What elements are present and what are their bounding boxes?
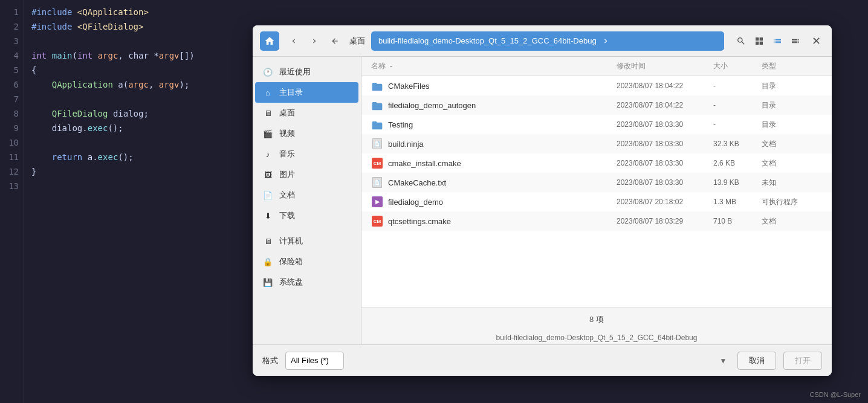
- file-icon: [371, 118, 383, 131]
- code-content: #include <QApplication>#include <QFileDi…: [24, 0, 254, 403]
- file-type: 文档: [762, 216, 822, 227]
- code-line: [31, 92, 247, 106]
- dialog-toolbar: 桌面 build-filedialog_demo-Desktop_Qt_5_15…: [253, 25, 832, 57]
- format-select[interactable]: All Files (*): [285, 352, 344, 370]
- sidebar-item-图片[interactable]: 🖼图片: [253, 164, 361, 185]
- sidebar-item-最近使用[interactable]: 🕐最近使用: [253, 62, 361, 82]
- open-button[interactable]: 打开: [783, 352, 822, 370]
- table-row[interactable]: 📄 CMakeCache.txt2023/08/07 18:03:3013.9 …: [361, 173, 832, 192]
- file-date: 2023/08/07 18:04:22: [617, 101, 713, 109]
- select-arrow-icon: ▼: [721, 356, 725, 365]
- sidebar-item-计算机[interactable]: 🖥计算机: [253, 231, 361, 251]
- view-list-button[interactable]: [769, 33, 786, 50]
- file-type: 可执行程序: [762, 197, 822, 207]
- current-path-bar: build-filedialog_demo-Desktop_Qt_5_15_2_…: [361, 331, 832, 344]
- line-number: 3: [5, 34, 19, 48]
- path-bar[interactable]: build-filedialog_demo-Desktop_Qt_5_15_2_…: [371, 31, 724, 51]
- file-date: 2023/08/07 18:04:22: [617, 82, 713, 90]
- nav-up-button[interactable]: [326, 33, 343, 50]
- table-row[interactable]: CM cmake_install.cmake2023/08/07 18:03:3…: [361, 153, 832, 173]
- file-icon: 📄: [371, 138, 383, 150]
- file-icon: [371, 99, 383, 111]
- line-number: 11: [5, 150, 19, 164]
- search-button[interactable]: [733, 33, 750, 50]
- sidebar-item-系统盘[interactable]: 💾系统盘: [253, 272, 361, 292]
- sidebar-item-音乐[interactable]: ♪音乐: [253, 144, 361, 164]
- line-number: 6: [5, 77, 19, 92]
- sidebar-icon: ⬇: [262, 211, 273, 221]
- dialog-bottom: 格式 All Files (*) ▼ 取消 打开: [253, 344, 832, 376]
- line-number: 9: [5, 121, 19, 135]
- code-line: #include <QFileDialog>: [31, 19, 247, 34]
- code-line: QApplication a(argc, argv);: [31, 77, 247, 92]
- sidebar-icon: ♪: [262, 150, 273, 159]
- sidebar-item-label: 视频: [279, 128, 295, 139]
- file-type: 目录: [762, 81, 822, 91]
- dialog-close-button[interactable]: ✕: [808, 33, 824, 50]
- file-type: 未知: [762, 178, 822, 188]
- sidebar-icon: 🕐: [262, 68, 273, 77]
- sidebar-item-label: 文档: [279, 190, 295, 201]
- cancel-button[interactable]: 取消: [737, 352, 776, 370]
- code-editor: 12345678910111213 #include <QApplication…: [0, 0, 254, 403]
- format-select-wrapper: All Files (*) ▼: [285, 352, 730, 370]
- file-dialog[interactable]: 桌面 build-filedialog_demo-Desktop_Qt_5_15…: [253, 25, 832, 376]
- line-number: 4: [5, 48, 19, 63]
- sidebar-icon: 🔒: [262, 257, 273, 266]
- sidebar-icon: 🖥: [262, 237, 273, 246]
- column-header-date[interactable]: 修改时间: [617, 61, 713, 71]
- sidebar-icon: 📄: [262, 191, 273, 200]
- table-row[interactable]: 📄 build.ninja2023/08/07 18:03:3032.3 KB文…: [361, 134, 832, 153]
- table-row[interactable]: filedialog_demo_autogen2023/08/07 18:04:…: [361, 95, 832, 115]
- line-number: 2: [5, 19, 19, 34]
- code-line: [31, 135, 247, 150]
- column-header-name[interactable]: 名称: [371, 61, 617, 71]
- file-name: CMakeFiles: [388, 82, 617, 91]
- sidebar-icon: 🖥: [262, 109, 273, 118]
- view-details-button[interactable]: [787, 33, 804, 50]
- line-number: 10: [5, 135, 19, 150]
- file-name: CMakeCache.txt: [388, 178, 617, 187]
- code-line: int main(int argc, char *argv[]): [31, 48, 247, 63]
- sidebar-item-主目录[interactable]: ⌂主目录: [255, 82, 358, 103]
- nav-forward-button[interactable]: [306, 33, 323, 50]
- line-number: 13: [5, 179, 19, 193]
- table-row[interactable]: Testing2023/08/07 18:03:30-目录: [361, 115, 832, 134]
- table-row[interactable]: CM qtcsettings.cmake2023/08/07 18:03:297…: [361, 211, 832, 231]
- home-button[interactable]: [260, 31, 279, 51]
- dialog-sidebar: 🕐最近使用⌂主目录🖥桌面🎬视频♪音乐🖼图片📄文档⬇下载🖥计算机🔒保险箱💾系统盘: [253, 57, 361, 344]
- sidebar-item-label: 保险箱: [279, 256, 303, 267]
- sidebar-item-文档[interactable]: 📄文档: [253, 185, 361, 205]
- table-row[interactable]: CMakeFiles2023/08/07 18:04:22-目录: [361, 76, 832, 95]
- sidebar-item-桌面[interactable]: 🖥桌面: [253, 103, 361, 123]
- sidebar-item-label: 下载: [279, 210, 295, 221]
- sidebar-item-label: 最近使用: [279, 66, 311, 77]
- column-header-size[interactable]: 大小: [713, 61, 762, 71]
- sidebar-item-label: 计算机: [279, 236, 303, 247]
- file-icon: ▶: [371, 196, 383, 208]
- line-number: 12: [5, 164, 19, 179]
- file-size: 32.3 KB: [713, 140, 762, 148]
- file-list[interactable]: CMakeFiles2023/08/07 18:04:22-目录 filedia…: [361, 76, 832, 307]
- file-date: 2023/08/07 20:18:02: [617, 198, 713, 206]
- table-row[interactable]: ▶ filedialog_demo2023/08/07 20:18:021.3 …: [361, 192, 832, 211]
- dialog-main: 名称 修改时间 大小 类型 CMakeFiles2023/08/07 18:04…: [361, 57, 832, 344]
- sidebar-item-label: 音乐: [279, 149, 295, 160]
- sidebar-item-下载[interactable]: ⬇下载: [253, 205, 361, 226]
- column-header-type[interactable]: 类型: [762, 61, 822, 71]
- file-type: 文档: [762, 158, 822, 169]
- sidebar-item-label: 图片: [279, 169, 295, 180]
- toolbar-right-buttons: [733, 33, 804, 50]
- nav-back-button[interactable]: [285, 33, 302, 50]
- view-grid-button[interactable]: [751, 33, 768, 50]
- sidebar-item-视频[interactable]: 🎬视频: [253, 123, 361, 144]
- sidebar-item-保险箱[interactable]: 🔒保险箱: [253, 251, 361, 272]
- line-number: 7: [5, 92, 19, 106]
- format-label: 格式: [262, 355, 278, 366]
- line-number: 1: [5, 5, 19, 19]
- file-size: -: [713, 82, 762, 90]
- code-line: QFileDialog dialog;: [31, 106, 247, 121]
- code-line: }: [31, 164, 247, 179]
- file-size: 2.6 KB: [713, 159, 762, 167]
- watermark: CSDN @L-Super: [809, 391, 861, 398]
